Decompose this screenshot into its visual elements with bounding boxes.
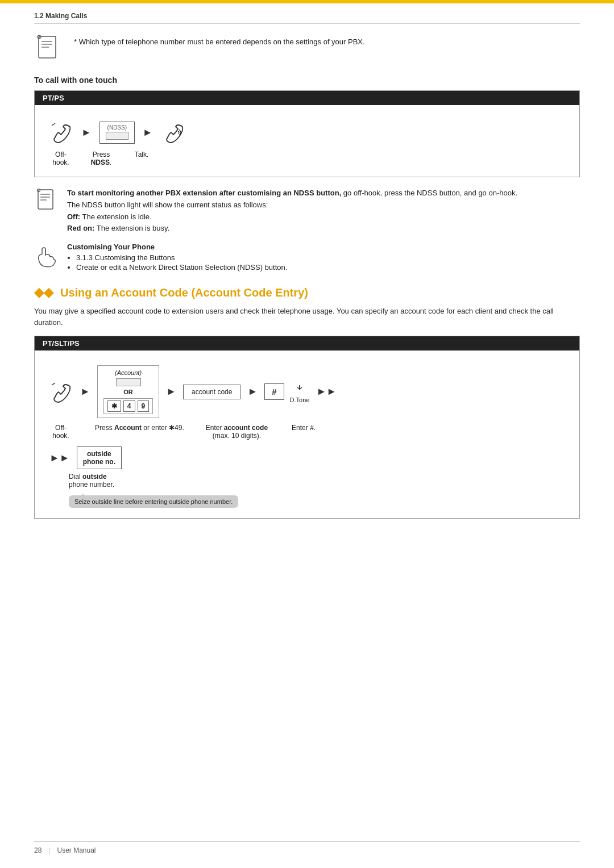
ndss-label-top: (NDSS) xyxy=(106,124,128,131)
account-flow-row: ► (Account) OR ✱ 4 9 ► account code xyxy=(35,360,579,424)
label-ndss: Press NDSS. xyxy=(84,151,119,166)
account-btn-group: (Account) OR ✱ 4 9 xyxy=(97,365,159,418)
account-btn-label: (Account) xyxy=(115,369,142,376)
red-label: Red on: xyxy=(67,224,94,232)
arrow-1: ► xyxy=(81,127,92,139)
outside-line2: phone no. xyxy=(83,458,115,466)
onetouch-flow-row: ► (NDSS) ► xyxy=(35,114,579,151)
acc-arrow-2: ► xyxy=(166,386,176,398)
outside-box: outside phone no. xyxy=(77,446,122,469)
red-text: The extension is busy. xyxy=(94,224,169,232)
account-box: PT/SLT/PS ► (Account) OR ✱ 4 xyxy=(34,336,580,519)
hash-box: # xyxy=(264,383,284,400)
note-block-2: To start monitoring another PBX extensio… xyxy=(34,187,580,235)
note2-text2: The NDSS button light will show the curr… xyxy=(67,199,517,211)
note2-text1: go off-hook, press the NDSS button, and … xyxy=(341,189,517,197)
offhook-item xyxy=(48,120,73,145)
page: 1.2 Making Calls * Which type of telepho… xyxy=(0,0,614,868)
account-labels-row: Off-hook. Press Account or enter ✱49. En… xyxy=(35,424,579,440)
label-offhook: Off-hook. xyxy=(48,151,73,166)
callout-tooltip: Seize outside line before entering outsi… xyxy=(69,495,238,508)
customise-icon xyxy=(34,244,59,270)
customise-text: Customising Your Phone 3.1.3 Customising… xyxy=(67,243,287,273)
acc-code-item: account code xyxy=(183,385,240,399)
onetouch-box: PT/PS ► (NDSS) ► xyxy=(34,90,580,177)
four-box: 4 xyxy=(123,400,135,412)
dtone-label: D.Tone xyxy=(290,397,310,403)
outside-line1: outside xyxy=(87,450,111,458)
footer-page-num: 28 xyxy=(34,846,42,854)
acc-hash-item: # xyxy=(264,383,284,400)
dial-label: Dial outside phone number. xyxy=(35,473,579,489)
account-code-box: account code xyxy=(183,385,240,399)
account-box-header: PT/SLT/PS xyxy=(35,336,579,350)
ndss-item: (NDSS) xyxy=(99,122,135,144)
note-text-2: To start monitoring another PBX extensio… xyxy=(67,187,517,235)
section-label: 1.2 Making Calls xyxy=(34,12,87,20)
off-text: The extension is idle. xyxy=(80,212,152,221)
note2-bold: To start monitoring another PBX extensio… xyxy=(67,189,341,197)
account-section-title: ◆◆ Using an Account Code (Account Code E… xyxy=(34,285,580,300)
onetouch-labels: Off-hook. Press NDSS. Talk. xyxy=(35,151,579,166)
header-section: 1.2 Making Calls xyxy=(34,3,580,24)
off-label: Off: xyxy=(67,212,80,221)
dtone-item: D.Tone xyxy=(290,381,310,403)
acc-label-press: Press Account or enter ✱49. xyxy=(95,424,184,432)
onetouch-box-header: PT/PS xyxy=(35,91,579,105)
acc-label-enter: Enter account code(max. 10 digits). xyxy=(206,424,268,440)
star-row: ✱ 4 9 xyxy=(103,398,153,414)
note-icon-2 xyxy=(34,187,59,214)
acc-arrow-3: ► xyxy=(247,386,258,398)
or-label: OR xyxy=(123,389,133,395)
acc-label-offhook: Off-hook. xyxy=(48,424,73,440)
acc-account-btn: (Account) OR ✱ 4 9 xyxy=(97,365,159,418)
note-icon-1 xyxy=(34,34,64,65)
star-box: ✱ xyxy=(107,400,121,412)
page-footer: 28 | User Manual xyxy=(34,841,580,854)
talk-item xyxy=(161,120,186,145)
note-block-1: * Which type of telephone number must be… xyxy=(34,34,580,65)
nine-box: 9 xyxy=(138,400,150,412)
acc-dbl-arrow-2: ►► xyxy=(49,452,70,464)
customise-block: Customising Your Phone 3.1.3 Customising… xyxy=(34,243,580,273)
svg-rect-6 xyxy=(38,190,53,209)
diamonds-icon: ◆◆ xyxy=(34,285,53,300)
onetouch-title: To call with one touch xyxy=(34,76,580,85)
acc-dbl-arrow-1: ►► xyxy=(316,386,337,398)
arrow-2: ► xyxy=(143,127,153,139)
customise-item2: Create or edit a Network Direct Station … xyxy=(76,263,287,272)
acc-arrow-1: ► xyxy=(80,386,90,398)
label-talk: Talk. xyxy=(129,151,154,158)
account-body: You may give a specified account code to… xyxy=(34,306,580,328)
account-title-text: Using an Account Code (Account Code Entr… xyxy=(60,286,308,299)
footer-doc-label: User Manual xyxy=(57,846,96,854)
acc-offhook xyxy=(48,379,73,404)
acc-label-hash: Enter #. xyxy=(289,424,318,432)
outside-phone-item: outside phone no. xyxy=(77,446,122,469)
customise-item1: 3.1.3 Customising the Buttons xyxy=(76,253,287,262)
customise-title: Customising Your Phone xyxy=(67,243,287,251)
account-flow-row2: ►► outside phone no. xyxy=(35,446,579,469)
note-text-1: * Which type of telephone number must be… xyxy=(74,34,365,46)
ndss-button: (NDSS) xyxy=(99,122,135,144)
callout-area: Seize outside line before entering outsi… xyxy=(35,493,579,508)
